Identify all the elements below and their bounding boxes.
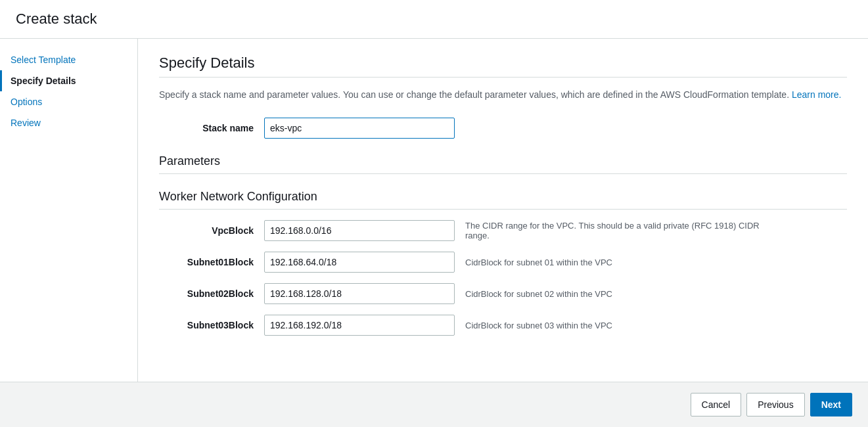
- param-input-subnet02-block[interactable]: [264, 283, 455, 304]
- learn-more-link[interactable]: Learn more.: [792, 89, 841, 100]
- parameters-section: Parameters Worker Network Configuration …: [159, 154, 847, 336]
- param-label-subnet03-block: Subnet03Block: [159, 320, 264, 330]
- page-wrapper: Create stack Select Template Specify Det…: [0, 0, 868, 427]
- param-row: VpcBlockThe CIDR range for the VPC. This…: [159, 220, 847, 241]
- header-bar: Create stack: [0, 0, 868, 39]
- stack-name-row: Stack name: [159, 118, 847, 139]
- sidebar: Select Template Specify Details Options …: [0, 39, 138, 382]
- param-hint-subnet02-block: CidrBlock for subnet 02 within the VPC: [465, 289, 612, 299]
- previous-button[interactable]: Previous: [746, 393, 804, 416]
- param-input-subnet03-block[interactable]: [264, 315, 455, 336]
- section-divider: [159, 77, 847, 78]
- param-row: Subnet03BlockCidrBlock for subnet 03 wit…: [159, 315, 847, 336]
- main-content: Specify Details Specify a stack name and…: [138, 39, 868, 382]
- page-title: Create stack: [16, 11, 852, 28]
- stack-name-input[interactable]: [264, 118, 455, 139]
- description-text: Specify a stack name and parameter value…: [159, 88, 847, 102]
- section-title: Specify Details: [159, 55, 847, 72]
- param-input-vpc-block[interactable]: [264, 220, 455, 241]
- parameters-divider: [159, 173, 847, 174]
- param-input-subnet01-block[interactable]: [264, 252, 455, 273]
- param-label-vpc-block: VpcBlock: [159, 225, 264, 236]
- footer-bar: Cancel Previous Next: [0, 382, 868, 427]
- sidebar-item-options[interactable]: Options: [0, 91, 137, 112]
- sidebar-item-specify-details[interactable]: Specify Details: [0, 70, 137, 91]
- param-rows-container: VpcBlockThe CIDR range for the VPC. This…: [159, 220, 847, 336]
- param-hint-subnet01-block: CidrBlock for subnet 01 within the VPC: [465, 258, 612, 267]
- param-row: Subnet01BlockCidrBlock for subnet 01 wit…: [159, 252, 847, 273]
- stack-name-label: Stack name: [159, 123, 264, 133]
- worker-network-divider: [159, 209, 847, 210]
- param-hint-subnet03-block: CidrBlock for subnet 03 within the VPC: [465, 321, 612, 330]
- param-hint-vpc-block: The CIDR range for the VPC. This should …: [465, 221, 767, 240]
- next-button[interactable]: Next: [810, 393, 852, 416]
- sidebar-item-review[interactable]: Review: [0, 112, 137, 133]
- param-label-subnet02-block: Subnet02Block: [159, 288, 264, 299]
- param-row: Subnet02BlockCidrBlock for subnet 02 wit…: [159, 283, 847, 304]
- sidebar-item-select-template[interactable]: Select Template: [0, 49, 137, 70]
- parameters-title: Parameters: [159, 154, 847, 168]
- param-label-subnet01-block: Subnet01Block: [159, 257, 264, 267]
- worker-network-title: Worker Network Configuration: [159, 190, 847, 204]
- cancel-button[interactable]: Cancel: [691, 393, 742, 416]
- content-area: Select Template Specify Details Options …: [0, 39, 868, 382]
